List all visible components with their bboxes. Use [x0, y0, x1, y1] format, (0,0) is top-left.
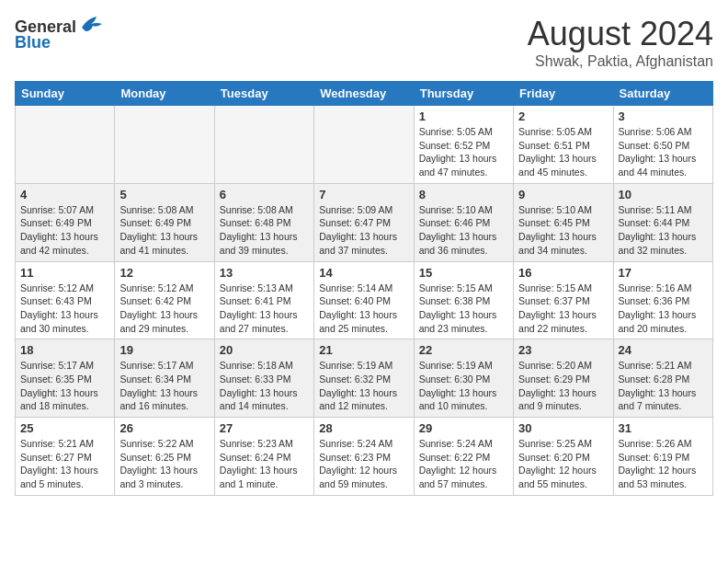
calendar-cell: 10Sunrise: 5:11 AMSunset: 6:44 PMDayligh… [613, 183, 712, 261]
day-info-line: Daylight: 13 hours and 47 minutes. [419, 152, 508, 178]
day-info-line: Sunrise: 5:08 AM [119, 203, 209, 217]
day-info-line: Daylight: 13 hours and 14 minutes. [220, 386, 309, 413]
day-info-line: Sunrise: 5:10 AM [419, 203, 508, 217]
logo: General Blue [15, 15, 104, 52]
day-info-line: Sunrise: 5:20 AM [518, 359, 608, 373]
day-info: Sunrise: 5:15 AMSunset: 6:38 PMDaylight:… [419, 282, 508, 336]
day-info-line: Sunrise: 5:26 AM [619, 437, 708, 451]
day-number: 24 [619, 343, 708, 357]
calendar-cell: 22Sunrise: 5:19 AMSunset: 6:30 PMDayligh… [414, 339, 513, 418]
title-section: August 2024 Shwak, Paktia, Afghanistan [528, 15, 713, 70]
day-info: Sunrise: 5:11 AMSunset: 6:44 PMDaylight:… [619, 203, 708, 258]
day-number: 5 [119, 188, 209, 201]
calendar-cell [214, 106, 313, 184]
day-info-line: Sunset: 6:50 PM [619, 139, 708, 153]
day-info-line: Sunrise: 5:22 AM [119, 437, 209, 451]
day-info: Sunrise: 5:16 AMSunset: 6:36 PMDaylight:… [619, 282, 708, 336]
day-info: Sunrise: 5:22 AMSunset: 6:25 PMDaylight:… [119, 437, 209, 491]
day-info: Sunrise: 5:20 AMSunset: 6:29 PMDaylight:… [518, 359, 608, 413]
day-info-line: Sunrise: 5:08 AM [220, 203, 309, 217]
header-day-monday: Monday [115, 82, 214, 106]
day-number: 12 [119, 266, 209, 280]
day-number: 8 [419, 188, 508, 201]
week-row-2: 4Sunrise: 5:07 AMSunset: 6:49 PMDaylight… [16, 183, 713, 261]
day-info-line: Sunrise: 5:19 AM [419, 359, 508, 373]
day-info: Sunrise: 5:05 AMSunset: 6:51 PMDaylight:… [518, 125, 608, 179]
day-info-line: Daylight: 13 hours and 18 minutes. [20, 386, 109, 413]
day-info: Sunrise: 5:21 AMSunset: 6:27 PMDaylight:… [20, 437, 109, 491]
day-info: Sunrise: 5:06 AMSunset: 6:50 PMDaylight:… [619, 125, 708, 179]
day-info: Sunrise: 5:26 AMSunset: 6:19 PMDaylight:… [619, 437, 708, 491]
day-number: 25 [20, 421, 109, 435]
calendar-cell [314, 106, 414, 184]
header-day-tuesday: Tuesday [214, 82, 313, 106]
calendar-cell: 15Sunrise: 5:15 AMSunset: 6:38 PMDayligh… [414, 261, 513, 339]
day-info-line: Sunset: 6:29 PM [518, 373, 608, 386]
day-info-line: Daylight: 12 hours and 55 minutes. [518, 464, 608, 490]
day-number: 1 [419, 109, 508, 123]
day-info: Sunrise: 5:17 AMSunset: 6:35 PMDaylight:… [20, 359, 109, 413]
day-info-line: Sunset: 6:48 PM [220, 216, 309, 230]
calendar-cell: 17Sunrise: 5:16 AMSunset: 6:36 PMDayligh… [613, 261, 712, 339]
day-info-line: Sunrise: 5:15 AM [419, 282, 508, 295]
calendar-cell [16, 106, 115, 184]
calendar-cell: 12Sunrise: 5:12 AMSunset: 6:42 PMDayligh… [115, 261, 214, 339]
day-info-line: Daylight: 13 hours and 37 minutes. [319, 230, 408, 257]
logo-bird-icon [78, 15, 104, 39]
calendar-cell: 8Sunrise: 5:10 AMSunset: 6:46 PMDaylight… [414, 183, 513, 261]
day-info-line: Sunrise: 5:13 AM [220, 282, 309, 295]
day-number: 21 [319, 343, 408, 357]
week-row-5: 25Sunrise: 5:21 AMSunset: 6:27 PMDayligh… [16, 418, 713, 496]
calendar-cell: 24Sunrise: 5:21 AMSunset: 6:28 PMDayligh… [613, 339, 712, 418]
day-number: 27 [220, 421, 309, 435]
calendar-cell: 14Sunrise: 5:14 AMSunset: 6:40 PMDayligh… [314, 261, 414, 339]
day-info-line: Daylight: 13 hours and 41 minutes. [119, 230, 209, 257]
day-info-line: Daylight: 13 hours and 3 minutes. [119, 464, 209, 490]
day-info-line: Daylight: 13 hours and 44 minutes. [619, 152, 708, 178]
day-info-line: Daylight: 13 hours and 23 minutes. [419, 308, 508, 335]
calendar-cell: 6Sunrise: 5:08 AMSunset: 6:48 PMDaylight… [214, 183, 313, 261]
header-day-saturday: Saturday [613, 82, 712, 106]
day-info-line: Daylight: 12 hours and 53 minutes. [619, 464, 708, 490]
day-info-line: Sunset: 6:27 PM [20, 451, 109, 465]
day-info-line: Sunset: 6:30 PM [419, 373, 508, 386]
day-info-line: Sunrise: 5:14 AM [319, 282, 408, 295]
day-info: Sunrise: 5:09 AMSunset: 6:47 PMDaylight:… [319, 203, 408, 258]
day-info-line: Daylight: 13 hours and 27 minutes. [220, 308, 309, 335]
day-info-line: Daylight: 13 hours and 25 minutes. [319, 308, 408, 335]
day-info-line: Daylight: 13 hours and 39 minutes. [220, 230, 309, 257]
day-number: 19 [119, 343, 209, 357]
calendar-cell: 4Sunrise: 5:07 AMSunset: 6:49 PMDaylight… [16, 183, 115, 261]
day-info-line: Sunset: 6:25 PM [119, 451, 209, 465]
day-info-line: Sunrise: 5:05 AM [419, 125, 508, 139]
day-number: 13 [220, 266, 309, 280]
day-number: 29 [419, 421, 508, 435]
day-number: 23 [518, 343, 608, 357]
day-info-line: Sunrise: 5:17 AM [119, 359, 209, 373]
day-info-line: Sunset: 6:20 PM [518, 451, 608, 465]
calendar-cell: 2Sunrise: 5:05 AMSunset: 6:51 PMDaylight… [514, 106, 613, 184]
day-info: Sunrise: 5:17 AMSunset: 6:34 PMDaylight:… [119, 359, 209, 413]
calendar-cell: 1Sunrise: 5:05 AMSunset: 6:52 PMDaylight… [414, 106, 513, 184]
day-info: Sunrise: 5:12 AMSunset: 6:43 PMDaylight:… [20, 282, 109, 336]
day-info: Sunrise: 5:15 AMSunset: 6:37 PMDaylight:… [518, 282, 608, 336]
calendar-cell: 9Sunrise: 5:10 AMSunset: 6:45 PMDaylight… [514, 183, 613, 261]
day-info: Sunrise: 5:10 AMSunset: 6:45 PMDaylight:… [518, 203, 608, 258]
day-info-line: Sunset: 6:52 PM [419, 139, 508, 153]
day-info-line: Sunset: 6:47 PM [319, 216, 408, 230]
page-header: General Blue August 2024 Shwak, Paktia, … [15, 15, 713, 70]
day-info-line: Daylight: 13 hours and 7 minutes. [619, 386, 708, 413]
day-info-line: Sunrise: 5:24 AM [419, 437, 508, 451]
day-info-line: Sunset: 6:46 PM [419, 216, 508, 230]
calendar-cell: 20Sunrise: 5:18 AMSunset: 6:33 PMDayligh… [214, 339, 313, 418]
day-info: Sunrise: 5:10 AMSunset: 6:46 PMDaylight:… [419, 203, 508, 258]
day-info: Sunrise: 5:23 AMSunset: 6:24 PMDaylight:… [220, 437, 309, 491]
day-number: 2 [518, 109, 608, 123]
day-info: Sunrise: 5:24 AMSunset: 6:22 PMDaylight:… [419, 437, 508, 491]
day-info-line: Daylight: 13 hours and 30 minutes. [20, 308, 109, 335]
day-info-line: Sunset: 6:19 PM [619, 451, 708, 465]
calendar-cell: 5Sunrise: 5:08 AMSunset: 6:49 PMDaylight… [115, 183, 214, 261]
day-number: 14 [319, 266, 408, 280]
day-info-line: Daylight: 13 hours and 5 minutes. [20, 464, 109, 490]
calendar-table: SundayMondayTuesdayWednesdayThursdayFrid… [15, 81, 713, 496]
